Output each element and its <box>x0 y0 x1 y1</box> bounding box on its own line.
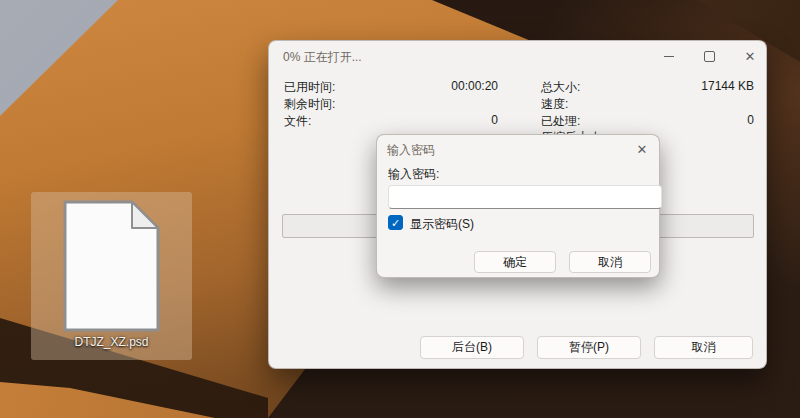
show-password-checkbox[interactable]: ✓ <box>388 215 403 230</box>
progress-dialog-titlebar[interactable]: 0% 正在打开... ✕ <box>269 41 766 71</box>
files-label: 文件: <box>284 113 311 130</box>
password-close-button[interactable]: ✕ <box>629 138 655 160</box>
pause-button[interactable]: 暂停(P) <box>537 336 641 359</box>
stats-row-2: 剩余时间: 速度: <box>269 96 766 112</box>
processed-label: 已处理: <box>541 113 580 130</box>
minimize-button[interactable] <box>654 41 684 71</box>
stats-row-1: 已用时间: 00:00:20 总大小: 17144 KB <box>269 79 766 95</box>
password-dialog-title: 输入密码 <box>387 142 435 159</box>
elapsed-time-label: 已用时间: <box>284 79 335 96</box>
progress-dialog-title: 0% 正在打开... <box>283 49 362 66</box>
password-input-label: 输入密码: <box>388 166 439 183</box>
background-button[interactable]: 后台(B) <box>420 336 524 359</box>
stats-row-3: 文件: 0 已处理: 0 <box>269 113 766 129</box>
remaining-time-label: 剩余时间: <box>284 96 335 113</box>
close-icon: ✕ <box>745 50 756 63</box>
total-size-value: 17144 KB <box>649 79 754 93</box>
total-size-label: 总大小: <box>541 79 580 96</box>
cancel-button[interactable]: 取消 <box>654 336 753 359</box>
desktop: DTJZ_XZ.psd 0% 正在打开... ✕ 已用时间: 00:00:20 … <box>0 0 800 418</box>
password-cancel-button[interactable]: 取消 <box>569 251 651 273</box>
file-page-icon <box>63 200 160 332</box>
desktop-file-icon[interactable]: DTJZ_XZ.psd <box>31 192 192 360</box>
processed-value: 0 <box>649 113 754 127</box>
password-close-icon: ✕ <box>637 143 648 156</box>
speed-label: 速度: <box>541 96 568 113</box>
close-button[interactable]: ✕ <box>735 41 765 71</box>
maximize-button[interactable] <box>694 41 724 71</box>
checkmark-icon: ✓ <box>391 217 400 229</box>
ok-button[interactable]: 确定 <box>474 251 556 273</box>
elapsed-time-value: 00:00:20 <box>389 79 498 93</box>
files-value: 0 <box>389 113 498 127</box>
password-dialog-titlebar[interactable]: 输入密码 ✕ <box>377 135 659 161</box>
maximize-icon <box>704 51 715 62</box>
show-password-label: 显示密码(S) <box>410 216 474 233</box>
file-icon-label: DTJZ_XZ.psd <box>31 335 192 349</box>
minimize-icon <box>664 56 674 57</box>
password-dialog: 输入密码 ✕ 输入密码: ✓ 显示密码(S) 确定 取消 <box>376 134 660 278</box>
password-input[interactable] <box>388 185 662 209</box>
